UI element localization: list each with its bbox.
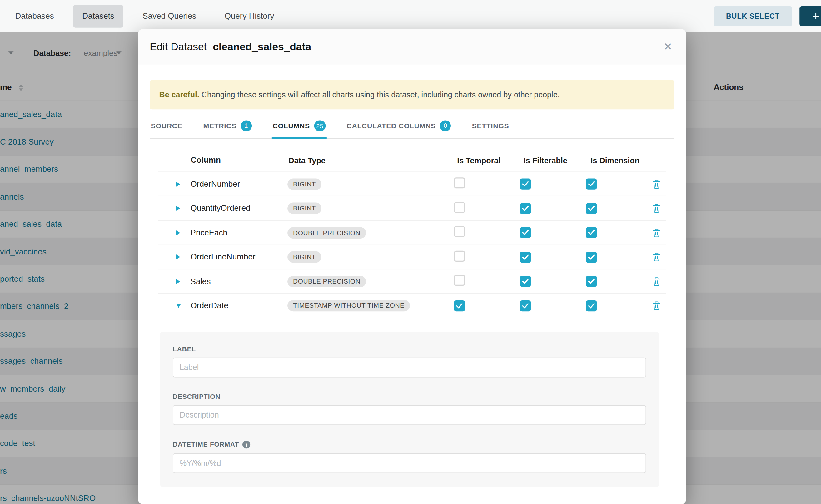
caret-icon bbox=[176, 279, 180, 284]
is-temporal-checkbox[interactable] bbox=[454, 300, 465, 311]
column-name: OrderLineNumber bbox=[190, 252, 287, 262]
column-name: OrderNumber bbox=[190, 179, 287, 189]
screen: DatabasesDatasetsSaved QueriesQuery Hist… bbox=[0, 0, 821, 504]
caret-icon bbox=[176, 304, 181, 308]
is-dimension-header: Is Dimension bbox=[591, 156, 658, 165]
info-icon[interactable]: i bbox=[243, 441, 250, 448]
count-badge: 25 bbox=[314, 121, 325, 131]
column-name: QuantityOrdered bbox=[190, 204, 287, 213]
column-data-type: DOUBLE PRECISION bbox=[287, 275, 454, 287]
data-type-pill: BIGINT bbox=[287, 203, 322, 214]
is-dimension-checkbox[interactable] bbox=[586, 300, 597, 311]
column-name: PriceEach bbox=[190, 228, 287, 237]
topnav-tab-datasets[interactable]: Datasets bbox=[73, 4, 123, 27]
add-dataset-button[interactable]: + bbox=[799, 6, 821, 26]
is-filterable-header: Is Filterable bbox=[524, 156, 591, 165]
caret-icon bbox=[176, 206, 180, 211]
modal-title: Edit Dataset cleaned_sales_data bbox=[150, 41, 311, 53]
datetime-format-input[interactable] bbox=[173, 453, 646, 473]
column-data-type: DOUBLE PRECISION bbox=[287, 227, 454, 239]
expand-toggle[interactable] bbox=[158, 181, 190, 187]
modal-tab-calculated-columns[interactable]: CALCULATED COLUMNS 0 bbox=[345, 117, 452, 138]
is-filterable-checkbox[interactable] bbox=[520, 203, 531, 214]
topnav-tab-query-history[interactable]: Query History bbox=[215, 4, 283, 27]
is-temporal-checkbox[interactable] bbox=[454, 250, 465, 261]
caret-icon bbox=[176, 230, 180, 235]
modal-tabs: SOURCE METRICS 1 COLUMNS 25 CALCULATED C… bbox=[150, 117, 674, 139]
delete-column-icon[interactable] bbox=[652, 204, 661, 213]
column-row: OrderLineNumber BIGINT bbox=[158, 245, 666, 269]
is-temporal-checkbox[interactable] bbox=[454, 275, 465, 286]
is-temporal-header: Is Temporal bbox=[457, 156, 524, 165]
modal-tab-settings[interactable]: SETTINGS bbox=[471, 117, 510, 138]
warning-banner: Be careful.Changing these settings will … bbox=[150, 80, 674, 109]
is-temporal-checkbox[interactable] bbox=[454, 202, 465, 213]
data-type-pill: TIMESTAMP WITHOUT TIME ZONE bbox=[287, 300, 410, 311]
description-field-title: DESCRIPTION bbox=[173, 393, 646, 400]
column-data-type: BIGINT bbox=[287, 251, 454, 263]
is-temporal-checkbox[interactable] bbox=[454, 226, 465, 237]
column-data-type: TIMESTAMP WITHOUT TIME ZONE bbox=[287, 300, 454, 311]
topnav-tab-databases[interactable]: Databases bbox=[6, 4, 63, 27]
column-row: Sales DOUBLE PRECISION bbox=[158, 269, 666, 294]
is-dimension-checkbox[interactable] bbox=[586, 203, 597, 214]
datetime-format-field-title: DATETIME FORMAT i bbox=[173, 441, 646, 448]
topnav-tab-saved-queries[interactable]: Saved Queries bbox=[134, 4, 205, 27]
top-navbar: DatabasesDatasetsSaved QueriesQuery Hist… bbox=[0, 0, 821, 32]
is-temporal-checkbox[interactable] bbox=[454, 177, 465, 188]
data-type-pill: BIGINT bbox=[287, 251, 322, 263]
modal-body: Be careful.Changing these settings will … bbox=[138, 64, 686, 487]
modal-title-dataset-name: cleaned_sales_data bbox=[213, 41, 311, 52]
description-field: DESCRIPTION bbox=[173, 393, 646, 425]
is-filterable-checkbox[interactable] bbox=[520, 276, 531, 287]
is-filterable-checkbox[interactable] bbox=[520, 227, 531, 238]
column-row: QuantityOrdered BIGINT bbox=[158, 196, 666, 221]
is-dimension-checkbox[interactable] bbox=[586, 276, 597, 287]
column-row: PriceEach DOUBLE PRECISION bbox=[158, 221, 666, 245]
count-badge: 1 bbox=[241, 120, 252, 131]
data-type-header: Data Type bbox=[288, 156, 457, 165]
column-row: OrderNumber BIGINT bbox=[158, 172, 666, 196]
is-filterable-checkbox[interactable] bbox=[520, 300, 531, 311]
description-input[interactable] bbox=[173, 405, 646, 425]
column-row: OrderDate TIMESTAMP WITHOUT TIME ZONE bbox=[158, 294, 666, 318]
warning-text: Changing these settings will affect all … bbox=[201, 90, 560, 99]
delete-column-icon[interactable] bbox=[652, 179, 661, 189]
is-dimension-checkbox[interactable] bbox=[586, 227, 597, 238]
caret-icon bbox=[176, 254, 180, 260]
columns-table: Column Data Type Is Temporal Is Filterab… bbox=[158, 149, 666, 318]
column-header: Column bbox=[190, 156, 288, 165]
bulk-select-button[interactable]: BULK SELECT bbox=[714, 6, 792, 26]
is-dimension-checkbox[interactable] bbox=[586, 179, 597, 190]
column-data-type: BIGINT bbox=[287, 203, 454, 214]
columns-table-body: OrderNumber BIGINT QuantityOrdered BIGIN… bbox=[158, 172, 666, 318]
modal-tab-metrics[interactable]: METRICS 1 bbox=[202, 117, 253, 138]
expand-toggle[interactable] bbox=[158, 254, 190, 260]
modal-header: Edit Dataset cleaned_sales_data ✕ bbox=[138, 29, 686, 64]
expand-toggle[interactable] bbox=[158, 279, 190, 284]
column-name: Sales bbox=[190, 277, 287, 286]
is-dimension-checkbox[interactable] bbox=[586, 251, 597, 262]
is-filterable-checkbox[interactable] bbox=[520, 251, 531, 262]
delete-column-icon[interactable] bbox=[652, 277, 661, 286]
label-field-title: LABEL bbox=[173, 345, 646, 353]
is-filterable-checkbox[interactable] bbox=[520, 179, 531, 190]
column-data-type: BIGINT bbox=[287, 178, 454, 190]
columns-table-header: Column Data Type Is Temporal Is Filterab… bbox=[158, 149, 666, 172]
expand-toggle[interactable] bbox=[158, 206, 190, 211]
delete-column-icon[interactable] bbox=[652, 228, 661, 237]
edit-dataset-modal: Edit Dataset cleaned_sales_data ✕ Be car… bbox=[138, 29, 686, 504]
modal-title-prefix: Edit Dataset bbox=[150, 41, 207, 52]
modal-tab-columns[interactable]: COLUMNS 25 bbox=[271, 117, 326, 139]
expand-toggle[interactable] bbox=[158, 304, 190, 308]
caret-icon bbox=[176, 181, 180, 187]
data-type-pill: BIGINT bbox=[287, 178, 322, 190]
close-icon[interactable]: ✕ bbox=[661, 38, 675, 55]
modal-tab-source[interactable]: SOURCE bbox=[150, 117, 183, 138]
delete-column-icon[interactable] bbox=[652, 301, 661, 310]
label-input[interactable] bbox=[173, 357, 646, 377]
delete-column-icon[interactable] bbox=[652, 252, 661, 262]
topbar-actions: BULK SELECT + bbox=[714, 6, 821, 26]
expand-toggle[interactable] bbox=[158, 230, 190, 235]
data-type-pill: DOUBLE PRECISION bbox=[287, 275, 366, 287]
